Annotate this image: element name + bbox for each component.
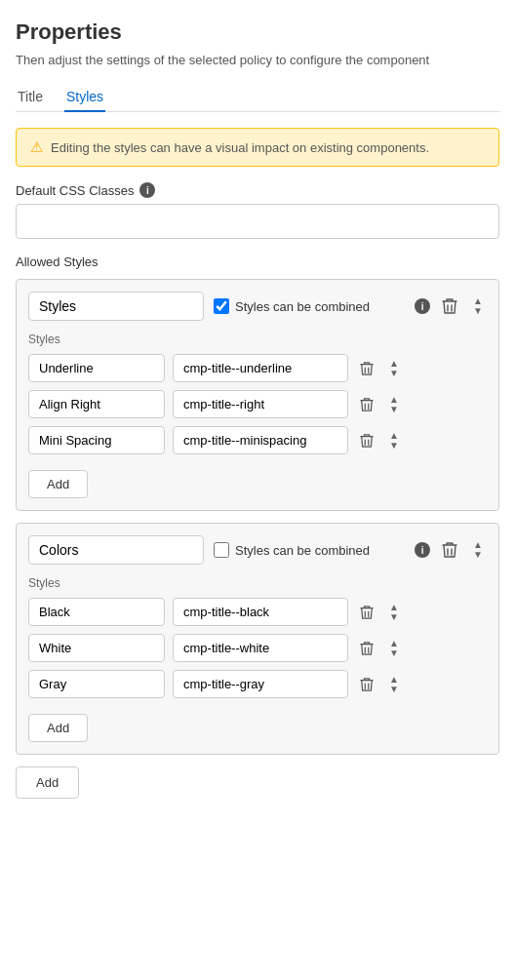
page-title: Properties: [16, 20, 499, 45]
style-group-2-info-icon[interactable]: i: [415, 542, 430, 558]
warning-icon: ⚠: [30, 138, 43, 156]
tab-title[interactable]: Title: [16, 83, 45, 112]
style-row-black: ▲▼: [28, 598, 487, 626]
style-row-mini-spacing: ▲▼: [28, 426, 487, 454]
style-group-2-actions: i ▲ ▼: [415, 536, 487, 564]
style-row-underline: ▲▼: [28, 354, 487, 382]
style-group-1-combined-label: Styles can be combined: [235, 299, 370, 314]
style-group-1: Styles can be combined i ▲ ▼ Styles: [16, 279, 499, 511]
default-css-input[interactable]: [16, 204, 499, 239]
style-delete-align-right-btn[interactable]: [356, 393, 377, 416]
style-group-2-sort-btn[interactable]: ▲ ▼: [469, 536, 487, 564]
default-css-info-icon[interactable]: i: [139, 182, 155, 198]
warning-banner: ⚠ Editing the styles can have a visual i…: [16, 128, 499, 167]
style-delete-mini-spacing-btn[interactable]: [356, 429, 377, 452]
style-class-underline[interactable]: [173, 354, 348, 382]
style-class-gray[interactable]: [173, 670, 348, 698]
style-sort-white-btn[interactable]: ▲▼: [385, 635, 403, 662]
style-group-2-combined: Styles can be combined: [214, 542, 370, 558]
tab-bar: Title Styles: [16, 83, 499, 112]
style-class-white[interactable]: [173, 634, 348, 662]
style-sort-black-btn[interactable]: ▲▼: [385, 599, 403, 626]
style-group-2: Styles can be combined i ▲ ▼ Styles: [16, 523, 499, 755]
style-group-1-actions: i ▲ ▼: [415, 293, 487, 320]
style-delete-white-btn[interactable]: [356, 637, 377, 660]
style-class-black[interactable]: [173, 598, 348, 626]
page-subtitle: Then adjust the settings of the selected…: [16, 53, 499, 67]
style-group-1-delete-btn[interactable]: [438, 294, 461, 319]
style-group-2-add-btn[interactable]: Add: [28, 714, 88, 742]
style-name-underline[interactable]: [28, 354, 165, 382]
style-name-white[interactable]: [28, 634, 165, 662]
style-group-2-header: Styles can be combined i ▲ ▼: [28, 535, 487, 565]
style-delete-gray-btn[interactable]: [356, 673, 377, 696]
style-group-2-delete-btn[interactable]: [438, 537, 461, 563]
style-name-black[interactable]: [28, 598, 165, 626]
style-group-2-styles-label: Styles: [28, 576, 487, 590]
allowed-styles-label: Allowed Styles: [16, 255, 499, 269]
style-class-align-right[interactable]: [173, 390, 348, 418]
style-group-2-name-input[interactable]: [28, 535, 204, 565]
default-css-label: Default CSS Classes i: [16, 182, 499, 198]
style-sort-mini-spacing-btn[interactable]: ▲▼: [385, 427, 403, 454]
style-sort-align-right-btn[interactable]: ▲▼: [385, 391, 403, 418]
style-group-2-combined-checkbox[interactable]: [214, 542, 229, 558]
style-group-1-styles-label: Styles: [28, 333, 487, 346]
style-sort-underline-btn[interactable]: ▲▼: [385, 355, 403, 382]
style-group-2-combined-label: Styles can be combined: [235, 543, 370, 558]
style-sort-gray-btn[interactable]: ▲▼: [385, 671, 403, 698]
style-name-align-right[interactable]: [28, 390, 165, 418]
style-group-1-info-icon[interactable]: i: [415, 298, 430, 314]
style-name-gray[interactable]: [28, 670, 165, 698]
style-row-align-right: ▲▼: [28, 390, 487, 418]
style-group-1-name-input[interactable]: [28, 292, 204, 321]
style-group-1-header: Styles can be combined i ▲ ▼: [28, 292, 487, 321]
add-group-btn[interactable]: Add: [16, 766, 79, 799]
style-group-1-combined-checkbox[interactable]: [214, 298, 229, 314]
style-delete-black-btn[interactable]: [356, 601, 377, 624]
style-class-mini-spacing[interactable]: [173, 426, 348, 454]
style-group-1-combined: Styles can be combined: [214, 298, 370, 314]
warning-text: Editing the styles can have a visual imp…: [51, 140, 429, 155]
style-group-1-add-btn[interactable]: Add: [28, 470, 88, 498]
style-group-1-sort-btn[interactable]: ▲ ▼: [469, 293, 487, 320]
style-delete-underline-btn[interactable]: [356, 357, 377, 380]
style-name-mini-spacing[interactable]: [28, 426, 165, 454]
style-row-gray: ▲▼: [28, 670, 487, 698]
tab-styles[interactable]: Styles: [64, 83, 105, 112]
style-row-white: ▲▼: [28, 634, 487, 662]
